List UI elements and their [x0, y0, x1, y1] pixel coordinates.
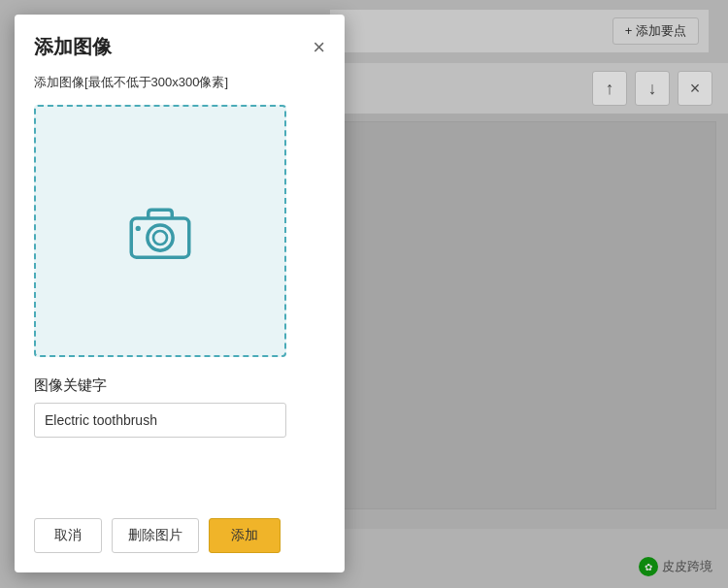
dialog-header: 添加图像 ×	[34, 34, 325, 60]
dialog-footer: 取消 删除图片 添加	[34, 503, 325, 553]
delete-image-button[interactable]: 删除图片	[112, 518, 199, 553]
dialog-subtitle: 添加图像[最低不低于300x300像素]	[34, 74, 325, 91]
svg-point-3	[136, 226, 141, 231]
keyword-label: 图像关键字	[34, 376, 325, 395]
add-image-dialog: 添加图像 × 添加图像[最低不低于300x300像素] 图像关键字 取消 删除图…	[15, 15, 345, 572]
image-upload-area[interactable]	[34, 105, 286, 357]
dialog-title: 添加图像	[34, 34, 112, 60]
dialog-close-button[interactable]: ×	[313, 37, 325, 58]
svg-point-1	[148, 225, 173, 250]
camera-icon-wrapper	[126, 197, 194, 265]
svg-point-2	[153, 231, 167, 245]
keyword-input[interactable]	[34, 403, 286, 438]
add-button[interactable]: 添加	[209, 518, 281, 553]
camera-icon	[126, 197, 194, 265]
cancel-button[interactable]: 取消	[34, 518, 102, 553]
